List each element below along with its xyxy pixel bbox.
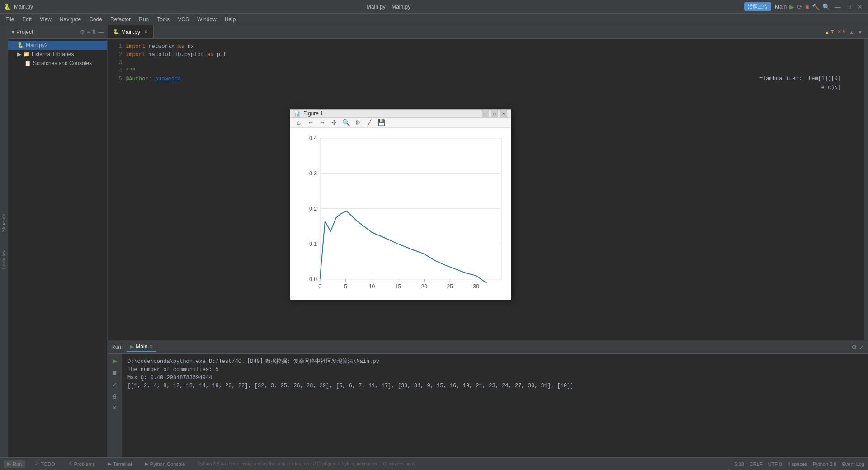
run-panel-run-label: Run:: [111, 344, 123, 350]
run-tab-close-icon[interactable]: ✕: [149, 344, 153, 349]
editor-scroll-down[interactable]: ▼: [858, 29, 863, 35]
close-btn[interactable]: ✕: [855, 3, 864, 10]
encoding[interactable]: UTF-8: [768, 461, 782, 467]
line-content: import networkx as nx: [126, 42, 868, 51]
tree-item-expand-icon: ▶: [17, 51, 21, 57]
fig-forward-btn[interactable]: →: [317, 118, 327, 127]
menu-item-help[interactable]: Help: [221, 15, 240, 24]
search-icon[interactable]: 🔍: [822, 3, 830, 10]
run-tab-main[interactable]: ▶ Main ✕: [126, 343, 156, 352]
menu-item-vcs[interactable]: VCS: [174, 15, 193, 24]
tree-item-label: Main.py2: [26, 42, 48, 48]
fig-config-btn[interactable]: ⚙: [353, 118, 363, 127]
tree-item-mainpy2[interactable]: 🐍 Main.py2: [8, 41, 107, 50]
svg-text:0.4: 0.4: [309, 135, 317, 141]
fig-move-btn[interactable]: ✢: [329, 118, 339, 127]
run-clear-btn[interactable]: ✕: [110, 403, 120, 413]
build-icon[interactable]: 🔨: [812, 3, 820, 10]
menu-item-window[interactable]: Window: [193, 15, 220, 24]
badge-button[interactable]: 活跃上传: [744, 2, 771, 11]
figure-minimize-btn[interactable]: —: [482, 110, 489, 117]
project-sort-icon[interactable]: ⇅: [92, 29, 96, 35]
maximize-btn[interactable]: □: [845, 3, 853, 10]
minimize-btn[interactable]: —: [833, 3, 843, 10]
run-print-btn[interactable]: 🖨: [110, 391, 120, 401]
tree-item-icon: 📁: [23, 51, 30, 57]
status-tab-python-console[interactable]: ▶ Python Console: [141, 460, 189, 468]
line-content: import matplotlib.pyplot as plt: [126, 51, 868, 59]
svg-text:0.0: 0.0: [309, 276, 317, 282]
tree-item-scratches[interactable]: 📋 Scratches and Consoles: [8, 59, 107, 68]
run-restart-btn[interactable]: ▶: [110, 356, 120, 366]
tree-item-icon: 🐍: [17, 42, 24, 48]
python-console-label-status: Python Console: [150, 461, 185, 467]
fig-back-btn[interactable]: ←: [306, 118, 316, 127]
run-icon-status: ▶: [7, 461, 11, 467]
run-icon[interactable]: ▶: [789, 3, 794, 10]
figure-win-controls: — □ ✕: [482, 110, 507, 117]
menu-item-file[interactable]: File: [2, 15, 18, 24]
run-panel-header: Run: ▶ Main ✕ ⚙ ⤢: [108, 340, 868, 354]
fig-zoom-btn[interactable]: 🔍: [341, 118, 351, 127]
line-ending[interactable]: CRLF: [750, 461, 763, 467]
menu-item-edit[interactable]: Edit: [19, 15, 35, 24]
editor-errors: ✕ 5: [837, 29, 845, 35]
figure-title-bar: 📊 Figure 1 — □ ✕: [290, 110, 511, 118]
project-collapse-icon[interactable]: ▾: [12, 29, 14, 35]
refresh-icon[interactable]: ⟳: [797, 3, 802, 10]
tree-item-external-libraries[interactable]: ▶ 📁 External Libraries: [8, 50, 107, 59]
svg-text:25: 25: [447, 283, 453, 290]
line-content: @Author: suoweida: [126, 75, 868, 83]
run-stop-btn[interactable]: ⏹: [110, 367, 120, 377]
menu-item-run[interactable]: Run: [135, 15, 152, 24]
project-header-icons: ⚙ ≡ ⇅ —: [80, 29, 104, 35]
title-right: 活跃上传 Main ▶ ⟳ ■ 🔨 🔍 — □ ✕: [744, 2, 864, 11]
figure-close-btn[interactable]: ✕: [500, 110, 507, 117]
project-settings-icon[interactable]: ⚙: [80, 29, 85, 35]
status-tab-run[interactable]: ▶ Run: [4, 460, 25, 468]
menu-item-code[interactable]: Code: [85, 15, 106, 24]
editor-wrapper: 🐍 Main.py ✕ ▲ 7 ✕ 5 ▲ ▼ 1 import network…: [108, 25, 868, 457]
menu-item-navigate[interactable]: Navigate: [56, 15, 85, 24]
run-tab-icon: ▶: [130, 343, 134, 350]
fig-home-btn[interactable]: ⌂: [294, 118, 304, 127]
editor-right-gutter: [864, 39, 868, 340]
editor-tab-main[interactable]: 🐍 Main.py ✕: [108, 25, 154, 38]
title-left: 🐍 Main.py: [4, 3, 33, 10]
python-version[interactable]: Python 3.8: [813, 461, 837, 467]
favorites-label[interactable]: Favorites: [1, 250, 6, 269]
line-number: 5: [108, 75, 126, 83]
figure-title-left: 📊 Figure 1: [294, 110, 323, 117]
figure-maximize-btn[interactable]: □: [491, 110, 498, 117]
menu-bar: FileEditViewNavigateCodeRefactorRunTools…: [0, 14, 868, 25]
status-tab-todo[interactable]: ☑ TODO: [31, 460, 59, 468]
menu-item-refactor[interactable]: Refactor: [107, 15, 134, 24]
stop-icon[interactable]: ■: [805, 3, 809, 10]
indent[interactable]: 4 spaces: [788, 461, 807, 467]
run-panel-settings-icon[interactable]: ⚙: [851, 343, 857, 351]
menu-item-view[interactable]: View: [36, 15, 55, 24]
status-tab-terminal[interactable]: ▶ Terminal: [104, 460, 136, 468]
run-label-status: Run: [13, 461, 22, 467]
run-scroll-btn[interactable]: ↙: [110, 379, 120, 389]
tab-icon: 🐍: [113, 29, 119, 35]
editor-scroll-up[interactable]: ▲: [849, 29, 854, 35]
structure-label[interactable]: Structure: [1, 214, 6, 232]
tab-close-icon[interactable]: ✕: [144, 29, 148, 35]
fig-save-btn[interactable]: 💾: [376, 118, 386, 127]
python-console-icon-status: ▶: [145, 461, 148, 467]
run-panel-expand-icon[interactable]: ⤢: [859, 343, 864, 351]
event-log[interactable]: Event Log: [842, 461, 864, 467]
run-output-line-2: The number of communities: 5: [127, 366, 863, 374]
tree-item-label: External Libraries: [32, 51, 74, 57]
app-title: Main.py: [14, 4, 33, 10]
menu-item-tools[interactable]: Tools: [153, 15, 173, 24]
project-collapse-all-icon[interactable]: ≡: [87, 29, 90, 35]
project-panel: ▾ Project ⚙ ≡ ⇅ — 🐍 Main.py2 ▶ 📁 Externa…: [8, 25, 108, 457]
svg-text:30: 30: [473, 283, 479, 290]
fig-line-btn[interactable]: ╱: [364, 118, 374, 127]
line-number: 3: [108, 59, 126, 67]
status-tab-problems[interactable]: ⚠ Problems: [64, 460, 99, 468]
project-expand-icon[interactable]: —: [98, 29, 104, 35]
figure-canvas: 0.4 0.3 0.2 0.1 0.0 0 5 10 1: [290, 128, 511, 300]
